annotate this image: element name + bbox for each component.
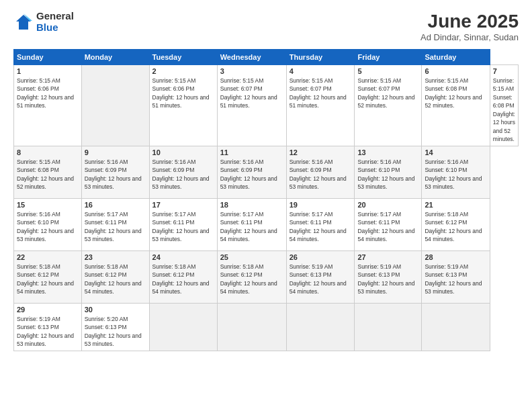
day-cell-13: 13Sunrise: 5:16 AMSunset: 6:10 PMDayligh… — [355, 146, 422, 198]
calendar-table: SundayMondayTuesdayWednesdayThursdayFrid… — [13, 49, 519, 351]
day-number: 20 — [357, 201, 418, 209]
day-cell-11: 11Sunrise: 5:16 AMSunset: 6:09 PMDayligh… — [217, 146, 286, 198]
empty-cell — [286, 303, 355, 351]
day-info: Sunrise: 5:20 AMSunset: 6:13 PMDaylight:… — [85, 316, 142, 347]
day-cell-30: 30Sunrise: 5:20 AMSunset: 6:13 PMDayligh… — [81, 303, 149, 351]
day-number: 18 — [220, 201, 283, 209]
logo-general-text: General — [36, 11, 74, 22]
col-header-sunday: Sunday — [14, 50, 82, 65]
day-info: Sunrise: 5:16 AMSunset: 6:09 PMDaylight:… — [85, 158, 142, 190]
logo-icon — [13, 12, 34, 32]
day-cell-8: 8Sunrise: 5:15 AMSunset: 6:08 PMDaylight… — [14, 146, 82, 198]
day-info: Sunrise: 5:19 AMSunset: 6:13 PMDaylight:… — [17, 316, 74, 347]
day-number: 5 — [357, 67, 418, 75]
day-number: 17 — [152, 201, 214, 209]
day-info: Sunrise: 5:17 AMSunset: 6:11 PMDaylight:… — [290, 211, 347, 242]
day-info: Sunrise: 5:15 AMSunset: 6:08 PMDaylight:… — [425, 77, 482, 109]
day-info: Sunrise: 5:17 AMSunset: 6:11 PMDaylight:… — [357, 211, 414, 242]
week-row-5: 29Sunrise: 5:19 AMSunset: 6:13 PMDayligh… — [14, 303, 519, 351]
svg-marker-0 — [16, 15, 31, 30]
col-header-thursday: Thursday — [286, 50, 355, 65]
col-header-monday: Monday — [81, 50, 149, 65]
day-number: 3 — [220, 67, 283, 75]
day-number: 19 — [290, 201, 352, 209]
day-number: 7 — [493, 67, 515, 75]
location: Ad Dindar, Sinnar, Sudan — [420, 32, 519, 42]
day-cell-5: 5Sunrise: 5:15 AMSunset: 6:07 PMDaylight… — [355, 65, 422, 146]
day-info: Sunrise: 5:15 AMSunset: 6:08 PMDaylight:… — [493, 77, 515, 142]
day-cell-24: 24Sunrise: 5:18 AMSunset: 6:12 PMDayligh… — [149, 250, 217, 303]
week-row-2: 8Sunrise: 5:15 AMSunset: 6:08 PMDaylight… — [14, 146, 519, 198]
day-info: Sunrise: 5:15 AMSunset: 6:07 PMDaylight:… — [220, 77, 277, 109]
day-info: Sunrise: 5:18 AMSunset: 6:12 PMDaylight:… — [220, 263, 277, 295]
day-info: Sunrise: 5:19 AMSunset: 6:13 PMDaylight:… — [290, 263, 347, 295]
col-header-saturday: Saturday — [422, 50, 490, 65]
day-info: Sunrise: 5:15 AMSunset: 6:07 PMDaylight:… — [290, 77, 347, 109]
day-number: 21 — [425, 201, 486, 209]
day-cell-1: 1Sunrise: 5:15 AMSunset: 6:06 PMDaylight… — [14, 65, 82, 146]
day-info: Sunrise: 5:18 AMSunset: 6:12 PMDaylight:… — [17, 263, 74, 295]
col-header-friday: Friday — [355, 50, 422, 65]
day-number: 13 — [357, 148, 418, 156]
day-cell-6: 6Sunrise: 5:15 AMSunset: 6:08 PMDaylight… — [422, 65, 490, 146]
empty-cell — [81, 65, 149, 146]
empty-cell — [422, 303, 490, 351]
day-number: 25 — [220, 253, 283, 261]
day-info: Sunrise: 5:17 AMSunset: 6:11 PMDaylight:… — [220, 211, 277, 242]
day-number: 8 — [17, 148, 79, 156]
day-number: 16 — [85, 201, 146, 209]
day-cell-20: 20Sunrise: 5:17 AMSunset: 6:11 PMDayligh… — [355, 198, 422, 250]
empty-cell — [355, 303, 422, 351]
day-info: Sunrise: 5:15 AMSunset: 6:07 PMDaylight:… — [357, 77, 414, 109]
month-title: June 2025 — [420, 11, 519, 32]
day-info: Sunrise: 5:17 AMSunset: 6:11 PMDaylight:… — [85, 211, 142, 242]
day-number: 28 — [425, 253, 486, 261]
day-number: 10 — [152, 148, 214, 156]
logo: General Blue — [13, 11, 74, 33]
day-number: 12 — [290, 148, 352, 156]
day-cell-7: 7Sunrise: 5:15 AMSunset: 6:08 PMDaylight… — [490, 65, 518, 146]
day-cell-21: 21Sunrise: 5:18 AMSunset: 6:12 PMDayligh… — [422, 198, 490, 250]
day-info: Sunrise: 5:15 AMSunset: 6:08 PMDaylight:… — [17, 158, 74, 190]
day-info: Sunrise: 5:19 AMSunset: 6:13 PMDaylight:… — [357, 263, 414, 295]
day-cell-4: 4Sunrise: 5:15 AMSunset: 6:07 PMDaylight… — [286, 65, 355, 146]
day-number: 4 — [290, 67, 352, 75]
day-cell-9: 9Sunrise: 5:16 AMSunset: 6:09 PMDaylight… — [81, 146, 149, 198]
day-info: Sunrise: 5:16 AMSunset: 6:09 PMDaylight:… — [290, 158, 347, 190]
day-info: Sunrise: 5:16 AMSunset: 6:09 PMDaylight:… — [152, 158, 210, 190]
logo-text: General Blue — [36, 11, 74, 33]
day-number: 14 — [425, 148, 486, 156]
day-cell-22: 22Sunrise: 5:18 AMSunset: 6:12 PMDayligh… — [14, 250, 82, 303]
day-info: Sunrise: 5:16 AMSunset: 6:10 PMDaylight:… — [425, 158, 482, 190]
empty-cell — [149, 303, 217, 351]
day-info: Sunrise: 5:16 AMSunset: 6:09 PMDaylight:… — [220, 158, 277, 190]
week-row-3: 15Sunrise: 5:16 AMSunset: 6:10 PMDayligh… — [14, 198, 519, 250]
day-cell-15: 15Sunrise: 5:16 AMSunset: 6:10 PMDayligh… — [14, 198, 82, 250]
week-row-1: 1Sunrise: 5:15 AMSunset: 6:06 PMDaylight… — [14, 65, 519, 146]
week-row-4: 22Sunrise: 5:18 AMSunset: 6:12 PMDayligh… — [14, 250, 519, 303]
day-info: Sunrise: 5:16 AMSunset: 6:10 PMDaylight:… — [357, 158, 414, 190]
header: General Blue June 2025 Ad Dindar, Sinnar… — [13, 11, 519, 42]
day-cell-25: 25Sunrise: 5:18 AMSunset: 6:12 PMDayligh… — [217, 250, 286, 303]
day-info: Sunrise: 5:15 AMSunset: 6:06 PMDaylight:… — [152, 77, 210, 109]
day-cell-17: 17Sunrise: 5:17 AMSunset: 6:11 PMDayligh… — [149, 198, 217, 250]
col-header-wednesday: Wednesday — [217, 50, 286, 65]
day-number: 2 — [152, 67, 214, 75]
day-cell-19: 19Sunrise: 5:17 AMSunset: 6:11 PMDayligh… — [286, 198, 355, 250]
day-info: Sunrise: 5:16 AMSunset: 6:10 PMDaylight:… — [17, 211, 74, 242]
day-info: Sunrise: 5:18 AMSunset: 6:12 PMDaylight:… — [425, 211, 482, 242]
logo-blue-text: Blue — [36, 22, 74, 34]
title-block: June 2025 Ad Dindar, Sinnar, Sudan — [420, 11, 519, 42]
day-cell-28: 28Sunrise: 5:19 AMSunset: 6:13 PMDayligh… — [422, 250, 490, 303]
day-number: 22 — [17, 253, 79, 261]
header-row: SundayMondayTuesdayWednesdayThursdayFrid… — [14, 50, 519, 65]
day-info: Sunrise: 5:18 AMSunset: 6:12 PMDaylight:… — [152, 263, 210, 295]
day-cell-10: 10Sunrise: 5:16 AMSunset: 6:09 PMDayligh… — [149, 146, 217, 198]
day-number: 24 — [152, 253, 214, 261]
day-cell-27: 27Sunrise: 5:19 AMSunset: 6:13 PMDayligh… — [355, 250, 422, 303]
day-number: 29 — [17, 306, 79, 314]
day-number: 26 — [290, 253, 352, 261]
col-header-tuesday: Tuesday — [149, 50, 217, 65]
day-cell-2: 2Sunrise: 5:15 AMSunset: 6:06 PMDaylight… — [149, 65, 217, 146]
empty-cell — [217, 303, 286, 351]
